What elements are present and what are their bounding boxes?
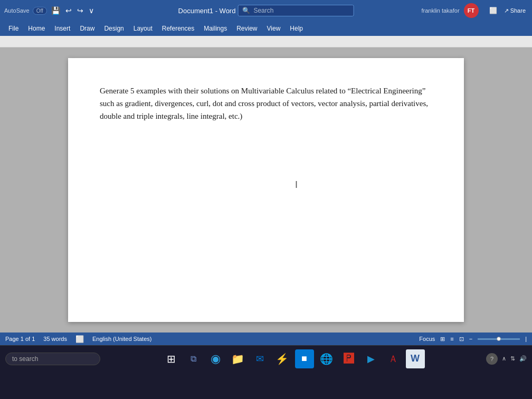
search-icon: 🔍 [242, 7, 250, 14]
menu-review[interactable]: Review [232, 23, 261, 34]
zoom-in-icon[interactable]: | [525, 336, 527, 342]
menu-insert[interactable]: Insert [50, 23, 74, 34]
language: English (United States) [92, 336, 152, 342]
menu-help[interactable]: Help [286, 23, 307, 34]
window-controls: ⬜ [487, 4, 500, 17]
taskbar-chevron-icon[interactable]: ∧ [502, 355, 506, 362]
taskbar-start-button[interactable]: ⊞ [162, 349, 181, 368]
view-icon-3[interactable]: ⊡ [459, 336, 464, 343]
taskbar-task-view[interactable]: ⧉ [184, 349, 203, 368]
zoom-slider[interactable] [478, 338, 520, 340]
autosave-label: AutoSave [4, 7, 30, 14]
taskbar-powerpoint-icon[interactable]: 🅿 [339, 349, 358, 368]
menu-file[interactable]: File [4, 23, 23, 34]
taskbar-search[interactable]: to search [5, 353, 100, 365]
menu-mailings[interactable]: Mailings [200, 23, 231, 34]
document-title-center: Document1 - Word 🔍 Search [178, 5, 354, 16]
taskbar-app6-icon[interactable]: ■ [295, 349, 314, 368]
user-name: franklin takafor [421, 7, 459, 14]
taskbar-search-text: to search [12, 355, 38, 363]
view-mode-icon[interactable]: ⊞ [440, 336, 445, 343]
taskbar: to search ⊞ ⧉ ◉ 📁 ✉ ⚡ ■ 🌐 🅿 ▶ Ａ W ? ∧ ⇅ … [0, 345, 532, 372]
taskbar-edge-icon[interactable]: ◉ [206, 349, 225, 368]
taskbar-volume-icon[interactable]: 🔊 [519, 355, 527, 362]
ruler [0, 36, 532, 48]
menu-home[interactable]: Home [24, 23, 49, 34]
cursor-position: I [295, 179, 298, 191]
menu-draw[interactable]: Draw [75, 23, 99, 34]
taskbar-question-icon[interactable]: ? [486, 353, 498, 365]
share-button[interactable]: ↗ Share [504, 7, 526, 14]
content-line2: such as gradient, divergences, curl, dot… [100, 99, 428, 108]
taskbar-right: ? ∧ ⇅ 🔊 [486, 353, 527, 365]
autosave-toggle[interactable]: Off [33, 7, 47, 15]
taskbar-mail-icon[interactable]: ✉ [251, 349, 270, 368]
search-placeholder: Search [253, 7, 273, 14]
taskbar-app5-icon[interactable]: ⚡ [273, 349, 292, 368]
redo-icon[interactable]: ↪ [76, 6, 84, 15]
status-bar: Page 1 of 1 35 words ⬜ English (United S… [0, 332, 532, 345]
document-title: Document1 - Word [178, 7, 236, 15]
status-bar-right: Focus ⊞ ≡ ⊡ − | [419, 336, 527, 343]
title-bar: AutoSave Off 💾 ↩ ↪ ∨ Document1 - Word 🔍 … [0, 0, 532, 21]
page-info: Page 1 of 1 [5, 336, 35, 342]
view-icon-2[interactable]: ≡ [450, 336, 453, 342]
focus-label[interactable]: Focus [419, 336, 435, 342]
menu-layout[interactable]: Layout [129, 23, 157, 34]
content-line1: Generate 5 examples with their solutions… [100, 87, 425, 95]
taskbar-word-icon[interactable]: W [406, 349, 425, 368]
menu-references[interactable]: References [158, 23, 198, 34]
search-bar[interactable]: 🔍 Search [238, 5, 354, 16]
menu-view[interactable]: View [263, 23, 285, 34]
zoom-out-icon[interactable]: − [469, 336, 472, 342]
content-line3: double and triple integrals, line integr… [100, 112, 242, 120]
save-icon[interactable]: 💾 [50, 6, 61, 15]
menu-design[interactable]: Design [100, 23, 128, 34]
taskbar-acrobat-icon[interactable]: Ａ [384, 349, 403, 368]
menu-bar: File Home Insert Draw Design Layout Refe… [4, 21, 528, 35]
document-content[interactable]: Generate 5 examples with their solutions… [100, 84, 432, 122]
customize-icon[interactable]: ∨ [88, 6, 95, 15]
taskbar-chrome-icon[interactable]: 🌐 [317, 349, 336, 368]
document-area[interactable]: Generate 5 examples with their solutions… [0, 48, 532, 332]
taskbar-network-icon[interactable]: ⇅ [510, 355, 515, 362]
layout-icon[interactable]: ⬜ [75, 335, 84, 343]
taskbar-media-icon[interactable]: ▶ [362, 349, 381, 368]
ribbon: File Home Insert Draw Design Layout Refe… [0, 21, 532, 36]
word-count: 35 words [43, 336, 67, 342]
document-page[interactable]: Generate 5 examples with their solutions… [68, 58, 464, 322]
undo-icon[interactable]: ↩ [64, 6, 73, 15]
user-avatar[interactable]: FT [464, 3, 479, 18]
taskbar-explorer-icon[interactable]: 📁 [229, 349, 248, 368]
title-bar-right: franklin takafor FT ⬜ ↗ Share [421, 3, 528, 18]
maximize-button[interactable]: ⬜ [487, 4, 500, 17]
taskbar-icons: ⊞ ⧉ ◉ 📁 ✉ ⚡ ■ 🌐 🅿 ▶ Ａ W [103, 349, 483, 368]
